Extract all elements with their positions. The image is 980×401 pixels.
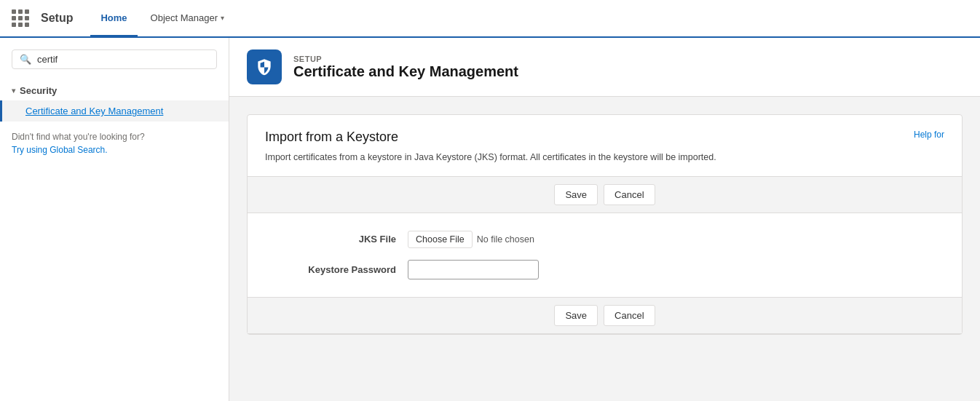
form-row-password: Keystore Password (248, 254, 962, 285)
page-title: Certificate and Key Management (293, 63, 518, 80)
form-toolbar-top: Save Cancel (248, 176, 962, 213)
cancel-button-top[interactable]: Cancel (604, 184, 655, 205)
sidebar-not-found: Didn't find what you're looking for? Try… (0, 122, 229, 165)
expand-icon: ▾ (12, 87, 15, 95)
save-button-top[interactable]: Save (554, 184, 598, 205)
tab-home[interactable]: Home (90, 1, 137, 37)
form-section-title-row: Import from a Keystore Help for (248, 115, 962, 151)
form-section-title: Import from a Keystore (265, 130, 398, 145)
search-field-wrapper[interactable]: 🔍 (12, 49, 217, 69)
sidebar-search-wrapper: 🔍 (0, 49, 229, 78)
search-icon: 🔍 (20, 54, 31, 65)
form-fields: JKS File Choose File No file chosen Keys… (248, 213, 962, 297)
chevron-down-icon: ▾ (221, 14, 224, 22)
form-container: Import from a Keystore Help for Import c… (247, 114, 963, 335)
page-header-text: SETUP Certificate and Key Management (293, 55, 518, 80)
global-search-link[interactable]: Try using Global Search. (12, 145, 108, 155)
form-row-jks: JKS File Choose File No file chosen (248, 225, 962, 254)
top-nav: Setup Home Object Manager ▾ (0, 0, 980, 38)
choose-file-button[interactable]: Choose File (408, 231, 473, 248)
security-section-header[interactable]: ▾ Security (0, 81, 229, 100)
keystore-password-label: Keystore Password (265, 264, 396, 275)
form-description: Import certificates from a keystore in J… (248, 151, 962, 176)
nav-tabs: Home Object Manager ▾ (90, 0, 234, 36)
sidebar-section-security: ▾ Security Certificate and Key Managemen… (0, 81, 229, 122)
setup-label: Setup (41, 12, 73, 25)
page-header: SETUP Certificate and Key Management (229, 38, 980, 97)
jks-file-label: JKS File (265, 234, 396, 245)
shield-icon (255, 57, 274, 76)
cancel-button-bottom[interactable]: Cancel (604, 305, 655, 326)
app-grid-icon[interactable] (12, 9, 29, 27)
save-button-bottom[interactable]: Save (554, 305, 598, 326)
form-toolbar-bottom: Save Cancel (248, 297, 962, 334)
jks-file-input-wrapper: Choose File No file chosen (408, 231, 534, 248)
search-input[interactable] (37, 54, 209, 65)
main-layout: 🔍 ▾ Security Certificate and Key Managem… (0, 38, 980, 401)
tab-object-manager[interactable]: Object Manager ▾ (141, 1, 235, 37)
help-link[interactable]: Help for (914, 130, 944, 140)
sidebar: 🔍 ▾ Security Certificate and Key Managem… (0, 38, 229, 401)
keystore-password-input[interactable] (408, 260, 539, 279)
setup-badge: SETUP (293, 55, 518, 63)
main-content: SETUP Certificate and Key Management Imp… (229, 38, 980, 401)
page-header-icon (247, 49, 282, 84)
no-file-label: No file chosen (477, 234, 534, 245)
keystore-password-input-wrapper (408, 260, 539, 279)
sidebar-item-cert-key[interactable]: Certificate and Key Management (0, 100, 229, 122)
